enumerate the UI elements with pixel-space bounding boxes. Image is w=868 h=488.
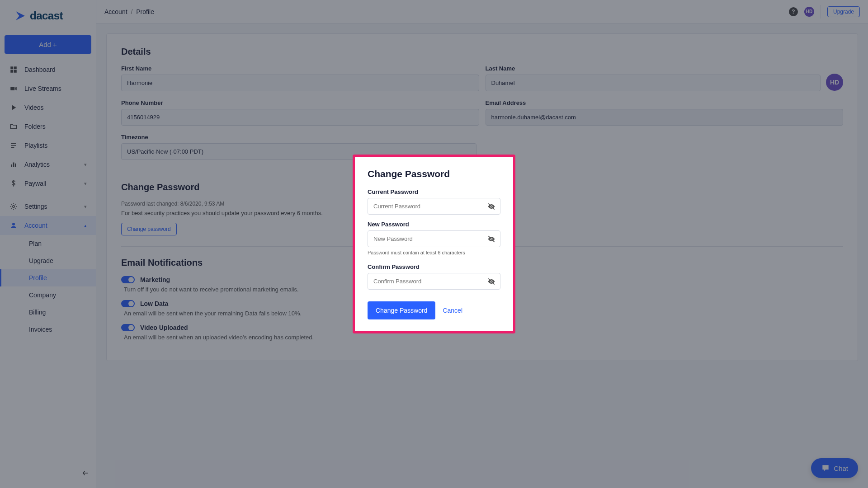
current-password-label: Current Password (368, 188, 500, 195)
eye-off-icon[interactable] (487, 277, 496, 286)
eye-off-icon[interactable] (487, 202, 496, 211)
confirm-password-input[interactable] (368, 273, 500, 290)
password-hint: Password must contain at least 6 charact… (368, 250, 500, 255)
modal-overlay[interactable]: Change Password Current Password New Pas… (0, 0, 868, 488)
confirm-password-label: Confirm Password (368, 263, 500, 270)
eye-off-icon[interactable] (487, 235, 496, 244)
new-password-label: New Password (368, 221, 500, 228)
modal-cancel-button[interactable]: Cancel (443, 307, 462, 314)
current-password-input[interactable] (368, 198, 500, 215)
change-password-modal: Change Password Current Password New Pas… (355, 157, 513, 331)
modal-submit-button[interactable]: Change Password (368, 301, 435, 319)
modal-highlight-border: Change Password Current Password New Pas… (353, 155, 515, 333)
new-password-input[interactable] (368, 230, 500, 247)
modal-title: Change Password (368, 169, 500, 179)
